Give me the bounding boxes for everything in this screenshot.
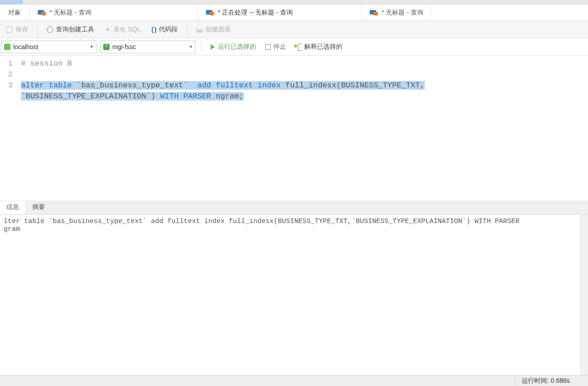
beautify-sql-button[interactable]: ✦ 美化 SQL xyxy=(101,24,145,36)
tab-label: 对象 xyxy=(8,9,21,17)
tab-query-3[interactable]: * 无标题 - 查询 xyxy=(362,5,432,20)
database-value: mgi-fssc xyxy=(112,43,136,51)
tab-info[interactable]: 信息 xyxy=(0,201,26,214)
line-number: 1 xyxy=(0,58,13,69)
stop-label: 停止 xyxy=(273,43,286,51)
kw-fulltext: fulltext xyxy=(216,81,253,90)
bracket-icon: ( ) xyxy=(151,26,156,33)
snippet-button[interactable]: ( ) 代码段 xyxy=(147,24,182,36)
toolbar: 保存 查询创建工具 ✦ 美化 SQL ( ) 代码段 创建图表 xyxy=(0,21,588,38)
kw-table: table xyxy=(49,81,72,90)
tab-info-label: 信息 xyxy=(6,203,19,210)
snippet-label: 代码段 xyxy=(159,25,178,34)
wizard-icon xyxy=(47,26,53,33)
save-label: 保存 xyxy=(15,25,28,34)
status-bar: 运行时间: 0.686s xyxy=(0,375,588,386)
kw-add: add xyxy=(197,81,211,90)
database-select[interactable]: mgi-fssc ▾ xyxy=(100,41,196,53)
runtime-label: 运行时间: 0.686s xyxy=(515,377,588,385)
kw-index: index xyxy=(257,81,281,90)
beautify-label: 美化 SQL xyxy=(113,25,141,34)
chevron-down-icon: ▾ xyxy=(90,44,93,50)
query-wizard-button[interactable]: 查询创建工具 xyxy=(42,24,99,36)
explain-icon xyxy=(294,44,302,50)
host-icon xyxy=(4,44,10,50)
save-icon xyxy=(6,26,13,33)
code-area[interactable]: # session B alter table `bas_business_ty… xyxy=(17,56,588,201)
result-line: lter table `bas_business_type_text` add … xyxy=(4,218,576,225)
result-line: gram xyxy=(4,225,576,233)
window-top-strip xyxy=(0,0,588,5)
tab-query-processing[interactable]: * 正在处理 -- 无标题 - 查询 xyxy=(198,5,362,20)
run-selected-button[interactable]: 运行已选择的 xyxy=(207,43,260,51)
code-rest: full_indesx(BUSINESS_TYPE_TXT, xyxy=(286,81,425,90)
query-icon xyxy=(370,9,378,16)
host-select[interactable]: localhost ▾ xyxy=(1,41,96,53)
gutter: 1 2 3 xyxy=(0,56,17,201)
divider xyxy=(187,25,187,35)
save-button[interactable]: 保存 xyxy=(2,24,33,36)
tab-label: * 无标题 - 查询 xyxy=(50,9,91,17)
result-tabs: 信息 摘要 xyxy=(0,201,588,215)
tab-query-1[interactable]: * 无标题 - 查询 xyxy=(30,5,198,20)
query-icon xyxy=(206,9,214,16)
create-chart-button[interactable]: 创建图表 xyxy=(192,24,236,36)
play-icon xyxy=(211,44,215,50)
tab-summary-label: 摘要 xyxy=(32,203,45,210)
chart-label: 创建图表 xyxy=(206,25,231,34)
top-strip-highlight xyxy=(0,0,23,4)
code-rest: `BUSINESS_TYPE_EXPLAINATION`) xyxy=(21,92,156,101)
result-pane[interactable]: lter table `bas_business_type_text` add … xyxy=(0,215,588,375)
host-value: localhost xyxy=(13,43,38,51)
connection-row: localhost ▾ mgi-fssc ▾ 运行已选择的 停止 解释已选择的 xyxy=(0,38,588,56)
database-icon xyxy=(103,44,110,50)
explain-label: 解释已选择的 xyxy=(304,43,342,51)
line-number: 2 xyxy=(0,69,13,80)
code-rest: ngram; xyxy=(216,92,244,101)
sql-editor[interactable]: 1 2 3 # session B alter table `bas_busin… xyxy=(0,56,588,201)
tab-summary[interactable]: 摘要 xyxy=(26,201,51,214)
table-name: `bas_business_type_text` xyxy=(76,81,188,90)
kw-alter: alter xyxy=(21,81,44,90)
query-icon xyxy=(38,9,46,16)
kw-with: WITH xyxy=(160,92,179,101)
chart-icon xyxy=(196,27,203,32)
divider xyxy=(201,42,201,52)
tab-label: * 正在处理 -- 无标题 - 查询 xyxy=(218,9,293,17)
stop-icon xyxy=(265,44,271,50)
sparkle-icon: ✦ xyxy=(105,26,111,33)
explain-selected-button[interactable]: 解释已选择的 xyxy=(291,43,345,51)
tab-label: * 无标题 - 查询 xyxy=(382,9,423,17)
run-label: 运行已选择的 xyxy=(218,43,256,51)
code-comment: # session B xyxy=(21,59,72,68)
line-number: 3 xyxy=(0,80,13,91)
kw-parser: PARSER xyxy=(183,92,211,101)
chevron-down-icon: ▾ xyxy=(190,44,192,50)
stop-button[interactable]: 停止 xyxy=(262,43,289,51)
divider xyxy=(37,25,38,35)
tab-objects[interactable]: 对象 xyxy=(0,5,30,20)
wizard-label: 查询创建工具 xyxy=(56,25,94,34)
main-tabs: 对象 * 无标题 - 查询 * 正在处理 -- 无标题 - 查询 * 无标题 -… xyxy=(0,5,588,21)
